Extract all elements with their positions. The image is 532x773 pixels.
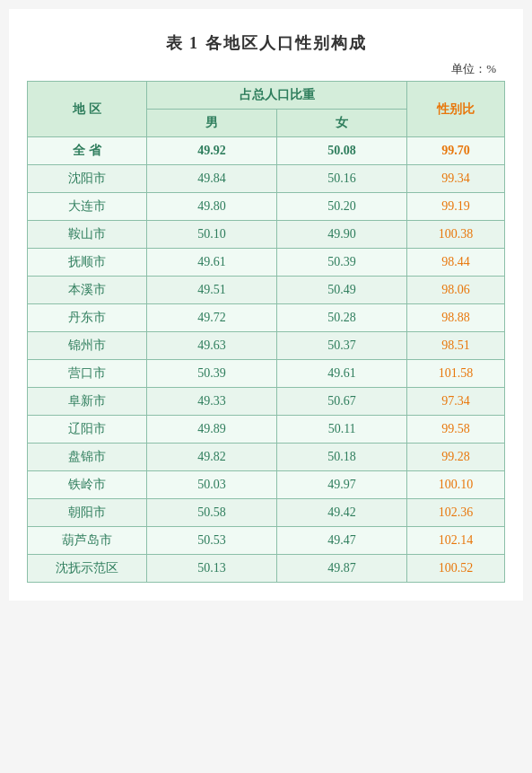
cell-region: 营口市 (28, 360, 147, 388)
cell-female: 50.20 (277, 193, 407, 221)
cell-male: 49.92 (147, 137, 277, 165)
page-container: 表 1 各地区人口性别构成 单位：% 地 区 占总人口比重 性别比 男 女 全 … (9, 9, 523, 601)
cell-region: 朝阳市 (28, 499, 147, 527)
header-main-group: 占总人口比重 (147, 82, 407, 110)
cell-sex-ratio: 98.44 (407, 249, 505, 277)
cell-sex-ratio: 100.10 (407, 471, 505, 499)
cell-male: 50.10 (147, 221, 277, 249)
cell-female: 50.49 (277, 277, 407, 304)
unit-label: 单位：% (9, 61, 523, 81)
table-row: 阜新市49.3350.6797.34 (28, 388, 505, 416)
table-row: 大连市49.8050.2099.19 (28, 193, 505, 221)
cell-sex-ratio: 100.38 (407, 221, 505, 249)
cell-sex-ratio: 98.88 (407, 304, 505, 332)
table-row: 沈阳市49.8450.1699.34 (28, 165, 505, 193)
cell-male: 49.61 (147, 249, 277, 277)
cell-region: 阜新市 (28, 388, 147, 416)
table-row: 全 省49.9250.0899.70 (28, 137, 505, 165)
table-row: 营口市50.3949.61101.58 (28, 360, 505, 388)
cell-region: 丹东市 (28, 304, 147, 332)
cell-female: 49.90 (277, 221, 407, 249)
cell-sex-ratio: 101.58 (407, 360, 505, 388)
cell-region: 铁岭市 (28, 471, 147, 499)
cell-sex-ratio: 99.70 (407, 137, 505, 165)
cell-male: 50.39 (147, 360, 277, 388)
cell-sex-ratio: 99.19 (407, 193, 505, 221)
table-row: 朝阳市50.5849.42102.36 (28, 499, 505, 527)
header-region: 地 区 (28, 82, 147, 137)
cell-male: 50.53 (147, 527, 277, 555)
table-row: 本溪市49.5150.4998.06 (28, 277, 505, 304)
table-row: 沈抚示范区50.1349.87100.52 (28, 555, 505, 583)
cell-female: 49.87 (277, 555, 407, 583)
cell-female: 50.39 (277, 249, 407, 277)
cell-male: 49.80 (147, 193, 277, 221)
cell-male: 49.82 (147, 444, 277, 471)
cell-region: 鞍山市 (28, 221, 147, 249)
cell-male: 50.58 (147, 499, 277, 527)
table-row: 铁岭市50.0349.97100.10 (28, 471, 505, 499)
cell-male: 49.33 (147, 388, 277, 416)
cell-region: 大连市 (28, 193, 147, 221)
cell-sex-ratio: 102.14 (407, 527, 505, 555)
table-row: 锦州市49.6350.3798.51 (28, 332, 505, 360)
cell-male: 49.72 (147, 304, 277, 332)
cell-male: 49.89 (147, 416, 277, 444)
cell-sex-ratio: 98.06 (407, 277, 505, 304)
table-row: 抚顺市49.6150.3998.44 (28, 249, 505, 277)
cell-male: 49.51 (147, 277, 277, 304)
cell-region: 沈阳市 (28, 165, 147, 193)
table-row: 盘锦市49.8250.1899.28 (28, 444, 505, 471)
header-female: 女 (277, 110, 407, 137)
cell-female: 50.28 (277, 304, 407, 332)
cell-sex-ratio: 99.28 (407, 444, 505, 471)
cell-region: 抚顺市 (28, 249, 147, 277)
cell-female: 49.47 (277, 527, 407, 555)
cell-female: 49.61 (277, 360, 407, 388)
cell-female: 50.11 (277, 416, 407, 444)
cell-sex-ratio: 100.52 (407, 555, 505, 583)
cell-female: 50.08 (277, 137, 407, 165)
header-sex-ratio: 性别比 (407, 82, 505, 137)
table-row: 葫芦岛市50.5349.47102.14 (28, 527, 505, 555)
cell-region: 锦州市 (28, 332, 147, 360)
table-row: 辽阳市49.8950.1199.58 (28, 416, 505, 444)
table-row: 鞍山市50.1049.90100.38 (28, 221, 505, 249)
cell-female: 50.67 (277, 388, 407, 416)
cell-region: 本溪市 (28, 277, 147, 304)
cell-region: 盘锦市 (28, 444, 147, 471)
cell-male: 50.13 (147, 555, 277, 583)
cell-sex-ratio: 99.34 (407, 165, 505, 193)
cell-female: 50.18 (277, 444, 407, 471)
cell-region: 沈抚示范区 (28, 555, 147, 583)
table-row: 丹东市49.7250.2898.88 (28, 304, 505, 332)
cell-female: 49.97 (277, 471, 407, 499)
cell-female: 49.42 (277, 499, 407, 527)
cell-female: 50.16 (277, 165, 407, 193)
cell-region: 全 省 (28, 137, 147, 165)
cell-sex-ratio: 98.51 (407, 332, 505, 360)
header-male: 男 (147, 110, 277, 137)
cell-region: 辽阳市 (28, 416, 147, 444)
cell-male: 49.84 (147, 165, 277, 193)
cell-sex-ratio: 97.34 (407, 388, 505, 416)
cell-male: 49.63 (147, 332, 277, 360)
cell-sex-ratio: 102.36 (407, 499, 505, 527)
cell-sex-ratio: 99.58 (407, 416, 505, 444)
cell-female: 50.37 (277, 332, 407, 360)
table-title: 表 1 各地区人口性别构成 (9, 18, 523, 61)
cell-region: 葫芦岛市 (28, 527, 147, 555)
cell-male: 50.03 (147, 471, 277, 499)
data-table: 地 区 占总人口比重 性别比 男 女 全 省49.9250.0899.70沈阳市… (27, 81, 505, 583)
